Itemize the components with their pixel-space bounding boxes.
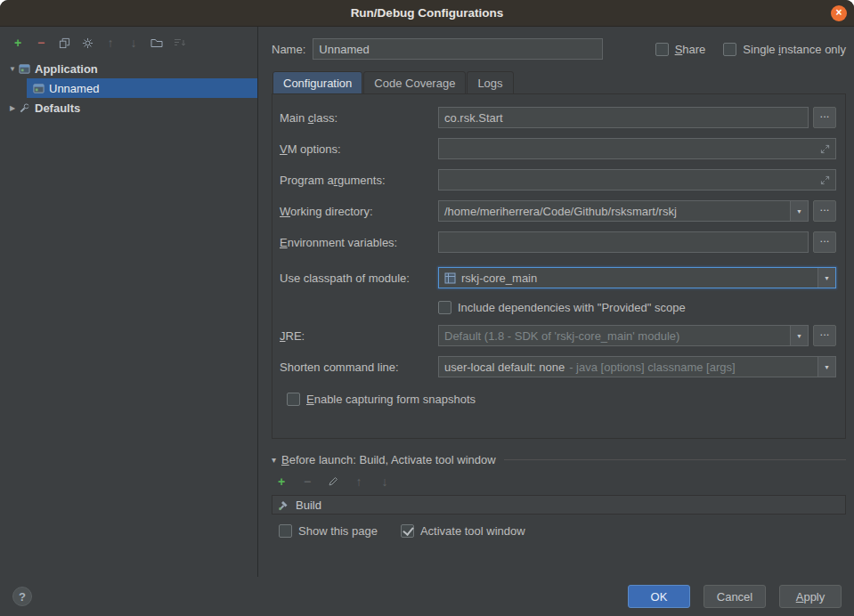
close-button[interactable]: ×	[831, 5, 847, 21]
capture-snapshots-checkbox-wrap[interactable]: Enable capturing form snapshots	[287, 393, 476, 406]
new-folder-icon[interactable]	[150, 36, 164, 50]
remove-icon[interactable]: −	[34, 36, 48, 50]
apply-button[interactable]: Apply	[779, 585, 842, 608]
tree-item-label: Application	[35, 62, 98, 76]
dropdown-arrow-icon[interactable]: ▼	[817, 357, 835, 377]
move-down-icon[interactable]: ↓	[126, 36, 141, 50]
name-input[interactable]	[313, 38, 603, 60]
environment-variables-browse-button[interactable]: ...	[813, 231, 836, 253]
working-directory-browse-button[interactable]: ...	[813, 200, 836, 222]
before-launch-task-row[interactable]: Build	[272, 495, 846, 515]
jre-browse-button[interactable]: ...	[813, 325, 836, 346]
edit-templates-icon[interactable]	[80, 36, 94, 50]
environment-variables-field[interactable]	[438, 231, 809, 253]
build-icon	[278, 499, 289, 511]
edit-icon[interactable]	[326, 474, 340, 489]
activate-tool-window-checkbox[interactable]	[401, 524, 414, 538]
main-class-field[interactable]: co.rsk.Start	[438, 107, 809, 128]
tab-bar: Configuration Code Coverage Logs	[272, 71, 846, 94]
tree-item-label: Defaults	[35, 101, 80, 115]
cancel-button[interactable]: Cancel	[704, 585, 766, 608]
configuration-editor: Name: Share Single instance only Confi	[258, 27, 854, 577]
close-icon: ×	[835, 6, 842, 19]
add-icon[interactable]: +	[274, 474, 289, 489]
share-checkbox-wrap[interactable]: Share	[655, 43, 706, 56]
tab-code-coverage[interactable]: Code Coverage	[363, 71, 466, 94]
single-instance-checkbox[interactable]	[723, 43, 736, 56]
vm-options-field[interactable]	[438, 138, 836, 159]
expand-icon[interactable]	[820, 144, 830, 154]
tab-logs[interactable]: Logs	[467, 71, 513, 94]
add-icon[interactable]: +	[11, 36, 25, 50]
single-instance-checkbox-wrap[interactable]: Single instance only	[723, 43, 846, 56]
dropdown-arrow-icon[interactable]: ▼	[817, 268, 835, 288]
show-this-page-checkbox[interactable]	[279, 524, 292, 538]
capture-snapshots-label: Enable capturing form snapshots	[306, 393, 476, 406]
share-checkbox[interactable]	[655, 43, 669, 56]
tab-configuration[interactable]: Configuration	[272, 71, 362, 94]
vm-options-label: VM options:	[280, 142, 438, 156]
capture-snapshots-checkbox[interactable]	[287, 393, 300, 406]
show-this-page-label: Show this page	[298, 524, 378, 538]
activate-tool-window-checkbox-wrap[interactable]: Activate tool window	[401, 524, 525, 538]
jre-combobox[interactable]: Default (1.8 - SDK of 'rskj-core_main' m…	[438, 325, 809, 346]
tree-item-application[interactable]: ▼ Application	[0, 59, 257, 78]
shorten-command-line-combobox[interactable]: user-local default: none - java [options…	[438, 356, 836, 377]
chevron-right-icon[interactable]: ▶	[7, 104, 18, 112]
tree-item-label: Unnamed	[49, 82, 99, 95]
configurations-tree: ▼ Application Unnamed ▶	[0, 59, 257, 577]
name-label: Name:	[272, 43, 305, 56]
before-launch-toolbar: + − ↑ ↓	[274, 474, 846, 489]
program-arguments-field[interactable]	[438, 169, 836, 190]
before-launch-header[interactable]: ▾ Before launch: Build, Activate tool wi…	[272, 453, 846, 466]
sort-icon[interactable]	[173, 36, 187, 50]
single-instance-label: Single instance only	[743, 43, 846, 56]
sidebar-toolbar: + − ↑ ↓	[0, 27, 257, 59]
include-provided-checkbox[interactable]	[438, 301, 451, 314]
collapse-arrow-icon[interactable]: ▾	[272, 455, 276, 465]
chevron-down-icon[interactable]: ▼	[7, 65, 18, 73]
dialog-footer: ? OK Cancel Apply	[0, 577, 854, 616]
activate-tool-window-label: Activate tool window	[420, 524, 525, 538]
titlebar[interactable]: Run/Debug Configurations ×	[0, 0, 854, 27]
module-icon	[444, 272, 456, 284]
show-this-page-checkbox-wrap[interactable]: Show this page	[279, 524, 378, 538]
expand-icon[interactable]	[820, 175, 830, 185]
help-button[interactable]: ?	[12, 587, 32, 606]
share-label: Share	[675, 43, 706, 56]
environment-variables-label: Environment variables:	[280, 236, 438, 249]
shorten-command-line-label: Shorten command line:	[280, 361, 438, 374]
application-icon	[18, 63, 31, 75]
configuration-tab-panel: Main class: co.rsk.Start ... VM options:	[272, 93, 846, 439]
dropdown-arrow-icon[interactable]: ▼	[790, 326, 808, 345]
include-provided-label: Include dependencies with "Provided" sco…	[458, 301, 686, 314]
remove-icon[interactable]: −	[300, 474, 314, 489]
ok-button[interactable]: OK	[628, 585, 690, 608]
run-debug-configurations-dialog: Run/Debug Configurations × + − ↑ ↓	[0, 0, 854, 616]
application-icon	[32, 83, 45, 94]
jre-label: JRE:	[280, 329, 438, 343]
window-title: Run/Debug Configurations	[351, 6, 504, 20]
include-provided-checkbox-wrap[interactable]: Include dependencies with "Provided" sco…	[438, 301, 686, 314]
before-launch-section: ▾ Before launch: Build, Activate tool wi…	[272, 453, 846, 538]
move-up-icon[interactable]: ↑	[103, 36, 118, 50]
classpath-module-label: Use classpath of module:	[280, 272, 438, 285]
help-icon: ?	[19, 590, 26, 604]
move-up-icon[interactable]: ↑	[352, 474, 366, 489]
configurations-sidebar: + − ↑ ↓ ▼	[0, 27, 258, 577]
wrench-icon	[18, 102, 31, 114]
tree-item-defaults[interactable]: ▶ Defaults	[0, 98, 257, 118]
section-divider	[504, 459, 846, 460]
working-directory-field[interactable]: /home/meriherrera/Code/Github/rsksmart/r…	[438, 200, 809, 222]
main-class-label: Main class:	[280, 111, 438, 125]
main-class-browse-button[interactable]: ...	[813, 107, 836, 128]
move-down-icon[interactable]: ↓	[378, 474, 392, 489]
program-arguments-label: Program arguments:	[280, 174, 438, 187]
copy-icon[interactable]	[57, 36, 71, 50]
classpath-module-combobox[interactable]: rskj-core_main ▼	[438, 267, 836, 288]
working-directory-label: Working directory:	[280, 205, 438, 218]
before-launch-task-label: Build	[296, 498, 321, 512]
tree-item-unnamed[interactable]: Unnamed	[27, 78, 257, 98]
dropdown-arrow-icon[interactable]: ▼	[790, 201, 808, 221]
before-launch-title: Before launch: Build, Activate tool wind…	[281, 453, 496, 466]
